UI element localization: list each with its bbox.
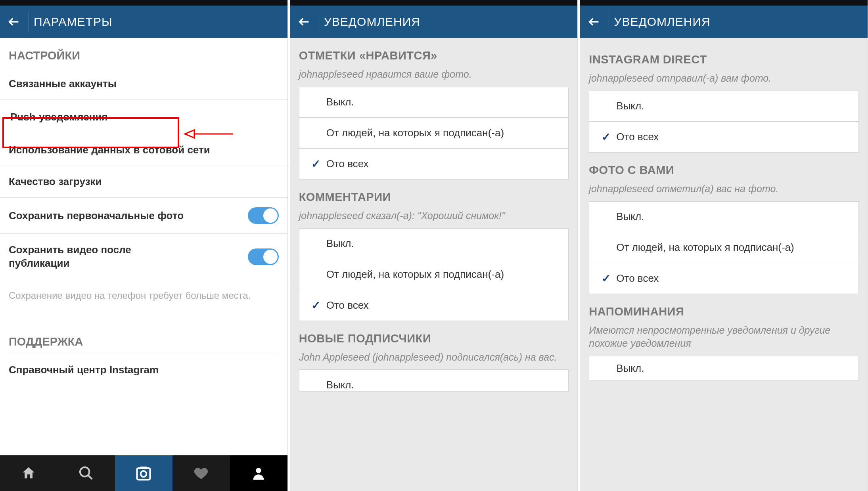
page-title: ПАРАМЕТРЫ [34,15,112,29]
nav-search[interactable] [57,455,115,491]
group-subtitle: johnappleseed нравится ваше фото. [299,68,569,81]
nav-activity[interactable] [172,455,230,491]
page-title: УВЕДОМЛЕНИЯ [614,15,710,29]
header: УВЕДОМЛЕНИЯ [290,6,578,38]
option-label: Ото всех [326,158,369,170]
option-everyone[interactable]: ✓ Ото всех [299,290,569,321]
content: ОТМЕТКИ «НРАВИТСЯ» johnappleseed нравитс… [290,38,578,491]
group-reminders-options: Выкл. [589,356,859,380]
back-button[interactable] [4,12,24,32]
group-title: ФОТО С ВАМИ [589,164,859,177]
group-subtitle: johnappleseed отметил(а) вас на фото. [589,182,859,196]
header-divider [29,11,29,32]
group-subtitle: John Appleseed (johnappleseed) подписалс… [299,351,569,364]
option-off[interactable]: Выкл. [299,87,569,118]
group-title: ОТМЕТКИ «НРАВИТСЯ» [299,49,569,62]
group-reminders-header: НАПОМИНАНИЯ Имеются непросмотренные увед… [580,294,868,356]
bottom-nav [0,455,287,491]
header-divider [319,11,319,32]
option-label: От людей, на которых я подписан(-а) [326,127,504,139]
option-off[interactable]: Выкл. [589,356,859,380]
option-label: Выкл. [326,379,354,391]
option-label: Ото всех [616,131,659,143]
group-likes-header: ОТМЕТКИ «НРАВИТСЯ» johnappleseed нравитс… [290,38,578,87]
option-label: Ото всех [616,272,659,285]
toggle-save-original[interactable] [248,207,279,224]
svg-rect-1 [137,468,150,480]
group-title: КОММЕНТАРИИ [299,191,569,204]
option-label: Выкл. [616,210,644,223]
header: УВЕДОМЛЕНИЯ [580,6,868,38]
content: INSTAGRAM DIRECT johnappleseed отправил(… [580,38,868,491]
item-push-notifications[interactable]: Push-уведомления [0,100,287,134]
group-direct-options: Выкл. ✓ Ото всех [589,91,859,153]
item-label: Сохранить видео после публикации [9,243,151,270]
svg-point-0 [80,467,89,476]
item-upload-quality[interactable]: Качество загрузки [0,166,287,198]
group-subtitle: johnappleseed отправил(-а) вам фото. [589,72,859,85]
check-icon: ✓ [598,272,614,285]
option-off[interactable]: Выкл. [589,91,859,122]
group-likes-options: Выкл. От людей, на которых я подписан(-а… [299,87,569,180]
group-subtitle: Имеются непросмотренные уведомления и др… [589,324,859,351]
screen-notifications-2: УВЕДОМЛЕНИЯ INSTAGRAM DIRECT johnapplese… [580,0,868,491]
toggle-save-video[interactable] [248,248,279,265]
item-label: Связанные аккаунты [9,78,117,90]
nav-profile[interactable] [230,455,287,491]
option-label: От людей, на которых я подписан(-а) [616,241,794,254]
group-comments-options: Выкл. От людей, на которых я подписан(-а… [299,228,569,321]
group-subtitle: johnappleseed сказал(-а): "Хороший снимо… [299,209,569,223]
option-label: Ото всех [326,299,369,311]
option-label: Выкл. [326,96,354,108]
group-title: НАПОМИНАНИЯ [589,305,859,318]
item-support-center[interactable]: Справочный центр Instagram [0,354,287,386]
section-support-title: ПОДДЕРЖКА [0,324,287,352]
option-label: От людей, на которых я подписан(-а) [326,268,504,281]
back-button[interactable] [294,12,314,32]
nav-camera[interactable] [115,455,172,491]
option-following[interactable]: От людей, на которых я подписан(-а) [299,118,569,149]
back-button[interactable] [584,12,604,32]
option-everyone[interactable]: ✓ Ото всех [589,122,859,153]
check-icon: ✓ [308,157,324,170]
item-data-usage[interactable]: Использование данных в сотовой сети [0,134,287,166]
status-bar [0,0,287,6]
item-label: Качество загрузки [9,176,102,188]
header: ПАРАМЕТРЫ [0,6,287,38]
group-photos-header: ФОТО С ВАМИ johnappleseed отметил(а) вас… [580,153,868,201]
option-label: Выкл. [616,362,644,374]
option-everyone[interactable]: ✓ Ото всех [299,149,569,180]
status-bar [580,0,868,6]
nav-home[interactable] [0,455,57,491]
option-off[interactable]: Выкл. [299,228,569,259]
status-bar [290,0,578,6]
section-settings-title: НАСТРОЙКИ [0,38,287,66]
screen-notifications-1: УВЕДОМЛЕНИЯ ОТМЕТКИ «НРАВИТСЯ» johnapple… [290,0,578,491]
option-off[interactable]: Выкл. [589,201,859,232]
group-title: INSTAGRAM DIRECT [589,53,859,66]
page-title: УВЕДОМЛЕНИЯ [324,15,420,29]
option-off[interactable]: Выкл. [299,369,569,392]
svg-rect-3 [140,467,147,469]
option-following[interactable]: От людей, на которых я подписан(-а) [299,259,569,290]
header-divider [609,11,609,32]
item-save-original: Сохранить первоначальные фото [0,198,287,234]
group-title: НОВЫЕ ПОДПИСЧИКИ [299,332,569,345]
check-icon: ✓ [308,299,324,312]
item-label: Сохранить первоначальные фото [9,210,184,222]
option-following[interactable]: От людей, на которых я подписан(-а) [589,232,859,263]
svg-point-2 [141,471,147,477]
helper-text: Сохранение видео на телефон требует боль… [0,280,287,306]
item-save-video: Сохранить видео после публикации [0,234,287,280]
group-comments-header: КОММЕНТАРИИ johnappleseed сказал(-а): "Х… [290,180,578,228]
screen-parameters: ПАРАМЕТРЫ НАСТРОЙКИ Связанные аккаунты P… [0,0,288,491]
item-label: Справочный центр Instagram [9,364,159,376]
item-label: Использование данных в сотовой сети [9,144,210,156]
group-direct-header: INSTAGRAM DIRECT johnappleseed отправил(… [580,38,868,91]
item-linked-accounts[interactable]: Связанные аккаунты [0,68,287,100]
option-everyone[interactable]: ✓ Ото всех [589,263,859,294]
option-label: Выкл. [326,237,354,250]
check-icon: ✓ [598,130,614,143]
group-followers-header: НОВЫЕ ПОДПИСЧИКИ John Appleseed (johnapp… [290,321,578,370]
option-label: Выкл. [616,100,644,112]
